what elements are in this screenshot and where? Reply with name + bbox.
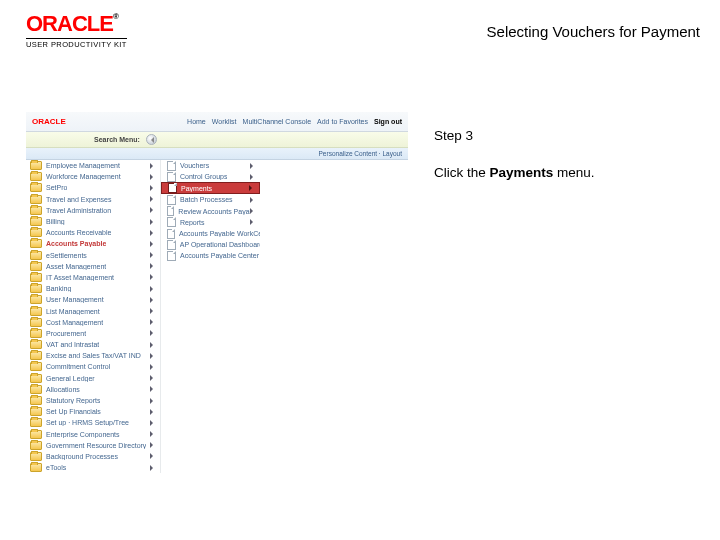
menu-item[interactable]: Accounts Receivable <box>26 227 160 238</box>
folder-icon <box>30 307 42 316</box>
menu-item[interactable]: SetPro <box>26 182 160 193</box>
submenu-item[interactable]: Accounts Payable Center <box>161 250 260 261</box>
chevron-right-icon <box>150 241 156 247</box>
submenu-item[interactable]: Reports <box>161 217 260 228</box>
folder-icon <box>30 374 42 383</box>
chevron-right-icon <box>150 274 156 280</box>
menu-item-label: Commitment Control <box>46 363 110 370</box>
folder-icon <box>30 318 42 327</box>
menu-item-label: IT Asset Management <box>46 274 114 281</box>
menu-item[interactable]: Government Resource Directory <box>26 440 160 451</box>
folder-icon <box>30 430 42 439</box>
menu-item[interactable]: Excise and Sales Tax/VAT IND <box>26 350 160 361</box>
page-icon <box>167 161 176 171</box>
menu-item[interactable]: Background Processes <box>26 451 160 462</box>
page-icon <box>167 206 174 216</box>
menu-item[interactable]: VAT and Intrastat <box>26 339 160 350</box>
page-icon <box>167 217 176 227</box>
menu-item-label: Banking <box>46 285 71 292</box>
folder-icon <box>30 385 42 394</box>
topnav-link[interactable]: MultiChannel Console <box>243 118 311 125</box>
topnav-link[interactable]: Home <box>187 118 206 125</box>
personalize-bar: Personalize Content · Layout <box>26 148 408 160</box>
menu-item[interactable]: Banking <box>26 283 160 294</box>
step-label: Step 3 <box>434 128 676 143</box>
submenu-item-label: AP Operational Dashboard <box>180 241 260 248</box>
menu-item[interactable]: Set Up Financials <box>26 406 160 417</box>
chevron-right-icon <box>150 263 156 269</box>
menu-item[interactable]: Billing <box>26 216 160 227</box>
personalize-link[interactable]: Personalize Content · Layout <box>319 150 402 157</box>
menu-item-label: Procurement <box>46 330 86 337</box>
menu-item[interactable]: Travel and Expenses <box>26 194 160 205</box>
menu-item[interactable]: Employee Management <box>26 160 160 171</box>
chevron-right-icon <box>150 319 156 325</box>
chevron-right-icon <box>250 197 256 203</box>
submenu-item[interactable]: Vouchers <box>161 160 260 171</box>
folder-icon <box>30 441 42 450</box>
folder-icon <box>30 172 42 181</box>
submenu-item-label: Accounts Payable Center <box>180 252 259 259</box>
menu-item[interactable]: Enterprise Components <box>26 429 160 440</box>
submenu-item[interactable]: Control Groups <box>161 171 260 182</box>
folder-icon <box>30 206 42 215</box>
menu-item-label: Workforce Management <box>46 173 121 180</box>
instr-after: menu. <box>553 165 594 180</box>
chevron-right-icon <box>150 252 156 258</box>
brand-block: ORACLE® USER PRODUCTIVITY KIT <box>26 13 127 49</box>
menu-item[interactable]: Set up · HRMS Setup/Tree <box>26 417 160 428</box>
menu-item[interactable]: Allocations <box>26 384 160 395</box>
menu-item-label: VAT and Intrastat <box>46 341 99 348</box>
menu-item[interactable]: List Management <box>26 305 160 316</box>
submenu-item[interactable]: AP Operational Dashboard <box>161 239 260 250</box>
instruction-text: Click the Payments menu. <box>434 165 676 180</box>
submenu-item-label: Reports <box>180 219 205 226</box>
menu-item[interactable]: eTools <box>26 462 160 473</box>
topnav-link[interactable]: Sign out <box>374 118 402 125</box>
menu-item[interactable]: User Management <box>26 294 160 305</box>
chevron-right-icon <box>150 330 156 336</box>
brand-subtitle: USER PRODUCTIVITY KIT <box>26 38 127 49</box>
menu-item[interactable]: Asset Management <box>26 261 160 272</box>
folder-icon <box>30 239 42 248</box>
chevron-right-icon <box>150 364 156 370</box>
page-icon <box>167 240 176 250</box>
menu-item[interactable]: Accounts Payable <box>26 238 160 249</box>
chevron-right-icon <box>150 297 156 303</box>
menu-item-label: Asset Management <box>46 263 106 270</box>
menu-item[interactable]: Workforce Management <box>26 171 160 182</box>
folder-icon <box>30 418 42 427</box>
menu-item[interactable]: Procurement <box>26 328 160 339</box>
menu-item[interactable]: Commitment Control <box>26 361 160 372</box>
chevron-right-icon <box>150 185 156 191</box>
mini-oracle-logo: ORACLE <box>32 117 66 126</box>
submenu-item-label: Vouchers <box>180 162 209 169</box>
page-icon <box>167 251 176 261</box>
menu-item-label: List Management <box>46 308 100 315</box>
folder-icon <box>30 351 42 360</box>
screenshot-panel: ORACLE HomeWorklistMultiChannel ConsoleA… <box>26 112 408 473</box>
submenu-item[interactable]: Batch Processes <box>161 194 260 205</box>
submenu-item[interactable]: Review Accounts Payable Info <box>161 206 260 217</box>
topnav-link[interactable]: Worklist <box>212 118 237 125</box>
page-title: Selecting Vouchers for Payment <box>487 23 700 40</box>
menu-item[interactable]: Travel Administration <box>26 205 160 216</box>
oracle-logo: ORACLE® <box>26 13 127 35</box>
menu-item[interactable]: Cost Management <box>26 317 160 328</box>
menu-item-label: Statutory Reports <box>46 397 100 404</box>
menu-item[interactable]: General Ledger <box>26 373 160 384</box>
chevron-right-icon <box>250 163 256 169</box>
menu-item[interactable]: Statutory Reports <box>26 395 160 406</box>
chevron-right-icon <box>150 286 156 292</box>
topnav-link[interactable]: Add to Favorites <box>317 118 368 125</box>
menu-item[interactable]: IT Asset Management <box>26 272 160 283</box>
submenu-item[interactable]: Accounts Payable WorkCenter <box>161 228 260 239</box>
menu-item-label: Travel and Expenses <box>46 196 112 203</box>
menu-item-label: Accounts Payable <box>46 240 106 247</box>
menu-item[interactable]: eSettlements <box>26 250 160 261</box>
collapse-icon[interactable] <box>146 134 157 145</box>
menu-item-label: eSettlements <box>46 252 87 259</box>
chevron-right-icon <box>150 431 156 437</box>
chevron-right-icon <box>150 398 156 404</box>
submenu-item-highlighted[interactable]: Payments <box>161 182 260 194</box>
